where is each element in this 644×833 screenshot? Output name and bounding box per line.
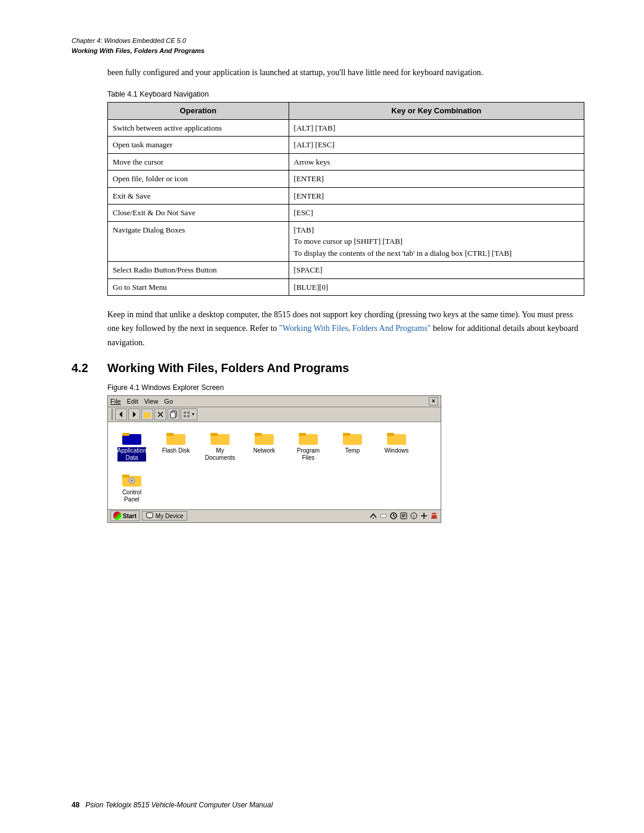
svg-rect-14 — [122, 433, 129, 436]
folder-item[interactable]: ProgramFiles — [290, 428, 326, 462]
start-button[interactable]: Start — [110, 510, 140, 521]
table-row: Select Radio Button/Press Button — [108, 262, 289, 279]
folder-icon — [386, 428, 407, 446]
menu-view[interactable]: View — [144, 398, 159, 405]
svg-point-30 — [131, 479, 133, 482]
explorer-toolbar — [108, 407, 441, 422]
folder-item[interactable]: MyDocuments — [202, 428, 238, 462]
window-label: My Device — [156, 513, 184, 519]
tray-icon-2 — [379, 512, 388, 520]
section-link[interactable]: "Working With Files, Folders And Program… — [279, 324, 431, 333]
table-row: Open task manager — [108, 137, 289, 154]
cut-button[interactable] — [154, 408, 166, 420]
svg-rect-18 — [210, 433, 218, 436]
svg-rect-22 — [299, 433, 306, 436]
svg-rect-24 — [343, 433, 350, 436]
table-row: Arrow keys — [289, 153, 584, 171]
table-row: Go to Start Menu — [108, 278, 289, 296]
explorer-content: ApplicationData Flash Disk MyDocuments N… — [108, 422, 441, 509]
table-row: Exit & Save — [108, 187, 289, 205]
folder-icon — [121, 470, 143, 488]
table-row: [ALT] [TAB] — [289, 119, 584, 137]
folder-label: ProgramFiles — [297, 447, 320, 462]
tray-icon-3 — [389, 512, 398, 520]
menu-file[interactable]: File — [110, 398, 121, 405]
taskbar-left: Start My Device — [110, 510, 187, 521]
folder-icon — [298, 428, 319, 446]
folder-item[interactable]: Temp — [335, 428, 370, 454]
explorer-menus: File Edit View Go — [110, 398, 173, 405]
folder-icon — [121, 428, 143, 446]
table-row: Move the cursor — [108, 153, 289, 171]
table-row: [ENTER] — [289, 171, 584, 188]
svg-rect-32 — [148, 518, 151, 519]
close-button[interactable]: × — [429, 397, 438, 405]
folder-label: ControlPanel — [122, 489, 141, 503]
table-row: [TAB]To move cursor up [SHIFT] [TAB]To d… — [289, 221, 584, 262]
svg-rect-28 — [122, 475, 129, 478]
folder-label: Temp — [345, 447, 360, 454]
device-icon — [146, 512, 153, 519]
explorer-window: File Edit View Go × — [107, 395, 441, 523]
table-row: [BLUE][0] — [289, 278, 584, 296]
svg-rect-26 — [387, 433, 394, 436]
folder-button[interactable] — [141, 408, 153, 420]
svg-rect-35 — [381, 515, 386, 517]
folder-item[interactable]: ControlPanel — [114, 470, 150, 503]
table-row: [SPACE] — [289, 262, 584, 279]
folder-item[interactable]: ApplicationData — [114, 428, 150, 462]
table-row: Close/Exit & Do Not Save — [108, 205, 289, 222]
tray-icon-5: i — [410, 512, 418, 520]
table-row: [ENTER] — [289, 187, 584, 205]
table-row: Switch between active applications — [108, 119, 289, 137]
keyboard-table: Operation Key or Key Combination Switch … — [107, 102, 584, 296]
page-number: 48 — [72, 801, 79, 809]
svg-rect-31 — [147, 513, 153, 518]
back-button[interactable] — [115, 408, 127, 420]
folder-label: MyDocuments — [205, 447, 236, 462]
folder-label: Network — [253, 447, 275, 454]
folder-icon — [165, 428, 187, 446]
footer-text: Psion Teklogix 8515 Vehicle-Mount Comput… — [85, 801, 273, 809]
toolbar-separator-1 — [112, 408, 113, 420]
section-title: Working With Files, Folders And Programs — [107, 361, 349, 375]
section-heading: 4.2 Working With Files, Folders And Prog… — [72, 361, 596, 375]
svg-line-38 — [394, 516, 395, 517]
page-footer: 48 Psion Teklogix 8515 Vehicle-Mount Com… — [72, 801, 596, 809]
table-row: [ESC] — [289, 205, 584, 222]
table-row: Navigate Dialog Boxes — [108, 221, 289, 262]
table-row: Open file, folder or icon — [108, 171, 289, 188]
chapter-line1: Chapter 4: Windows Embedded CE 5.0 — [72, 36, 596, 46]
start-icon — [113, 512, 122, 520]
body-text: Keep in mind that unlike a desktop compu… — [107, 308, 584, 349]
table-row: [ALT] [ESC] — [289, 137, 584, 154]
explorer-taskbar: Start My Device — [108, 509, 441, 522]
svg-marker-0 — [119, 411, 122, 417]
folder-label: ApplicationData — [117, 447, 147, 462]
folder-item[interactable]: Flash Disk — [158, 428, 194, 454]
folder-item[interactable]: Network — [246, 428, 282, 454]
view-button[interactable] — [181, 408, 197, 420]
svg-rect-2 — [144, 413, 151, 418]
folder-icon — [253, 428, 275, 446]
taskbar-right: i — [369, 512, 438, 520]
folder-icon — [209, 428, 231, 446]
table-caption: Table 4.1 Keyboard Navigation — [107, 90, 596, 98]
copy-button[interactable] — [168, 408, 179, 420]
folder-label: Windows — [385, 447, 409, 454]
menu-go[interactable]: Go — [164, 398, 173, 405]
col-key-header: Key or Key Combination — [289, 103, 584, 120]
chapter-header: Chapter 4: Windows Embedded CE 5.0 Worki… — [72, 36, 596, 55]
taskbar-window[interactable]: My Device — [142, 511, 188, 521]
explorer-menubar: File Edit View Go × — [108, 396, 441, 407]
menu-edit[interactable]: Edit — [127, 398, 138, 405]
intro-text: been fully configured and your applicati… — [107, 66, 584, 79]
folder-icon — [342, 428, 363, 446]
tray-icon-4 — [400, 512, 408, 520]
folder-item[interactable]: Windows — [379, 428, 414, 454]
forward-button[interactable] — [128, 408, 140, 420]
svg-rect-10 — [184, 415, 186, 417]
svg-marker-12 — [192, 413, 194, 416]
svg-rect-9 — [187, 411, 190, 414]
col-operation-header: Operation — [108, 103, 289, 120]
